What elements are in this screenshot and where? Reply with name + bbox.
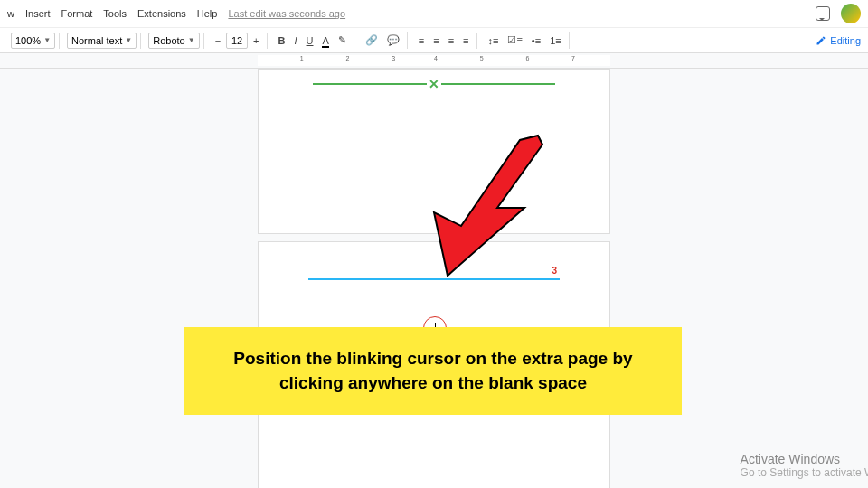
add-comment-button[interactable]: 💬 — [383, 32, 403, 49]
close-x-icon[interactable]: ✕ — [427, 77, 441, 91]
account-avatar[interactable] — [841, 4, 861, 23]
font-size-increase[interactable]: + — [250, 33, 262, 49]
comment-icon[interactable] — [816, 6, 830, 21]
menu-bar: w Insert Format Tools Extensions Help La… — [0, 0, 868, 28]
number-list-button[interactable]: 1≡ — [546, 33, 565, 49]
windows-watermark: Activate Windows Go to Settings to activ… — [741, 452, 868, 479]
style-select[interactable]: Normal text▼ — [67, 33, 137, 49]
ruler-tick: 5 — [480, 55, 484, 61]
highlight-button[interactable]: ✎ — [335, 32, 350, 49]
bullet-list-button[interactable]: •≡ — [528, 33, 544, 49]
menu-w[interactable]: w — [7, 8, 14, 19]
red-arrow-annotation — [402, 127, 547, 280]
italic-button[interactable]: I — [290, 33, 300, 49]
line-spacing-button[interactable]: ↕≡ — [485, 33, 503, 49]
ruler-tick: 2 — [346, 55, 350, 61]
align-center-button[interactable]: ≡ — [429, 33, 442, 49]
section-break-indicator: ✕ — [313, 77, 555, 91]
editing-mode-button[interactable]: Editing — [816, 35, 861, 46]
ruler-tick: 3 — [392, 55, 395, 61]
link-button[interactable]: 🔗 — [362, 32, 382, 49]
align-justify-button[interactable]: ≡ — [459, 33, 472, 49]
menu-tools[interactable]: Tools — [103, 8, 127, 19]
menu-help[interactable]: Help — [197, 8, 218, 19]
instruction-callout: Position the blinking cursor on the extr… — [184, 327, 682, 415]
ruler-tick: 6 — [525, 55, 529, 61]
checklist-button[interactable]: ☑≡ — [504, 32, 525, 49]
underline-button[interactable]: U — [303, 33, 317, 49]
ruler-tick: 7 — [571, 55, 575, 61]
ruler: 1 2 3 4 5 6 7 — [0, 53, 868, 69]
ruler-tick: 4 — [434, 55, 438, 61]
text-color-button[interactable]: A — [318, 33, 332, 49]
align-right-button[interactable]: ≡ — [445, 33, 458, 49]
toolbar: 100%▼ Normal text▼ Roboto▼ − 12 + B I U … — [0, 28, 868, 53]
bold-button[interactable]: B — [275, 33, 289, 49]
menu-extensions[interactable]: Extensions — [137, 8, 186, 19]
font-size[interactable]: 12 — [226, 33, 248, 49]
edit-status[interactable]: Last edit was seconds ago — [228, 8, 345, 19]
font-size-decrease[interactable]: − — [212, 33, 224, 49]
zoom-select[interactable]: 100%▼ — [11, 33, 55, 49]
menu-format[interactable]: Format — [61, 8, 92, 19]
menu-insert[interactable]: Insert — [25, 8, 51, 19]
align-left-button[interactable]: ≡ — [415, 33, 428, 49]
ruler-tick: 1 — [300, 55, 304, 61]
page-number: 3 — [552, 266, 557, 276]
font-select[interactable]: Roboto▼ — [148, 33, 199, 49]
pencil-icon — [816, 35, 826, 46]
